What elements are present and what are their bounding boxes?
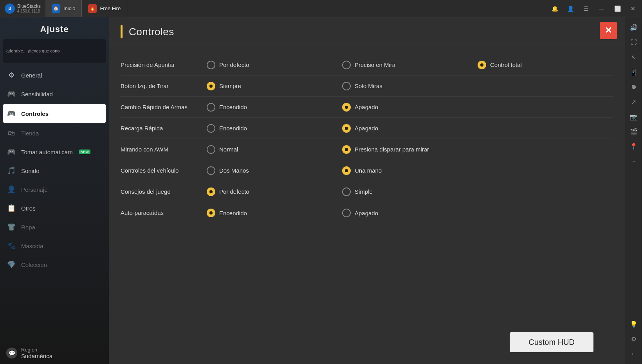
control-row-vehiculo: Controles del vehículo Dos Manos Una man… (121, 160, 613, 181)
vehiculo-radio1[interactable] (342, 166, 351, 175)
auto-text1: Apagado (355, 210, 378, 216)
sidebar-item-mascota[interactable]: 🐾 Mascota (0, 236, 109, 255)
sidebar-item-tienda[interactable]: 🛍 Tienda (0, 124, 109, 142)
cambio-opt0[interactable]: Encendido (207, 103, 342, 112)
mascota-label: Mascota (21, 243, 43, 249)
recarga-radio0[interactable] (207, 124, 215, 133)
precision-opt0[interactable]: Por defecto (207, 61, 342, 69)
phone-icon[interactable]: 📱 (627, 65, 641, 79)
recarga-text0: Encendido (219, 125, 247, 132)
location-icon[interactable]: 📍 (627, 139, 641, 153)
precision-opt2[interactable]: Control total (478, 61, 613, 69)
mirando-radio1[interactable] (342, 145, 351, 154)
vehiculo-label: Controles del vehículo (121, 167, 207, 175)
boton-text0: Siempre (219, 83, 241, 89)
mirando-opt0[interactable]: Normal (207, 145, 342, 154)
consejos-opt0[interactable]: Por defecto (207, 187, 342, 196)
minimize-btn[interactable]: — (594, 2, 609, 16)
tab-freefire[interactable]: 🔥 Free Fire (82, 0, 127, 17)
controls-grid: Precisión de Apuntar Por defecto Preciso… (121, 54, 613, 223)
recarga-opt1[interactable]: Apagado (342, 124, 478, 133)
sidebar-item-tomar[interactable]: 🎮 Tomar automáticam NEW (0, 142, 109, 161)
precision-radio2[interactable] (478, 61, 486, 69)
consejos-opt1[interactable]: Simple (342, 187, 478, 196)
new-badge: NEW (79, 150, 90, 154)
account-btn[interactable]: 👤 (563, 2, 578, 16)
volume-icon[interactable]: 🔊 (627, 20, 641, 34)
record-icon[interactable]: ⏺ (627, 80, 641, 94)
close-window-btn[interactable]: ✕ (626, 2, 640, 16)
panel-close-btn[interactable]: ✕ (600, 22, 617, 39)
custom-hud-button[interactable]: Custom HUD (510, 332, 593, 352)
tab-inicio[interactable]: 🏠 Inicio (45, 0, 82, 17)
cambio-label: Cambio Rápido de Armas (121, 103, 207, 111)
camera-icon[interactable]: 📷 (627, 110, 641, 124)
precision-radio1[interactable] (342, 61, 351, 69)
boton-radio0[interactable] (207, 82, 215, 90)
sidebar-bottom: 💬 Región Sudamérica (0, 342, 109, 364)
maximize-btn[interactable]: ⬜ (610, 2, 625, 16)
sidebar-item-sonido[interactable]: 🎵 Sonido (0, 161, 109, 180)
auto-radio1[interactable] (342, 209, 351, 217)
consejos-radio0[interactable] (207, 187, 215, 196)
region-label: Región (21, 347, 52, 353)
settings-icon[interactable]: ⚙ (627, 332, 641, 346)
vehiculo-text1: Una mano (355, 167, 382, 174)
cambio-radio1[interactable] (342, 103, 351, 112)
recarga-opt0[interactable]: Encendido (207, 124, 342, 133)
controles-icon: 🎮 (6, 108, 16, 119)
sidebar-title: Ajuste (0, 17, 109, 39)
precision-label: Precisión de Apuntar (121, 61, 207, 69)
sidebar-item-general[interactable]: ⚙ General (0, 66, 109, 85)
sonido-icon: 🎵 (6, 166, 16, 176)
boton-opt0[interactable]: Siempre (207, 82, 342, 90)
chat-icon[interactable]: 💬 (6, 348, 17, 359)
back-icon[interactable]: ← (627, 347, 641, 361)
sidebar-item-sensibilidad[interactable]: 🎮 Sensibilidad (0, 85, 109, 103)
share-icon[interactable]: ↗ (627, 95, 641, 109)
panel-body: Precisión de Apuntar Por defecto Preciso… (109, 45, 625, 364)
consejos-radio1[interactable] (342, 187, 351, 196)
menu-btn[interactable]: ☰ (579, 2, 593, 16)
auto-radio0[interactable] (207, 209, 215, 217)
precision-radio0[interactable] (207, 61, 215, 69)
content-area: Controles ✕ Precisión de Apuntar Por def… (109, 17, 625, 364)
more-icon[interactable]: ··· (627, 154, 641, 168)
notification-btn[interactable]: 🔔 (547, 2, 562, 16)
auto-opt1[interactable]: Apagado (342, 209, 478, 217)
auto-opt0[interactable]: Encendido (207, 209, 342, 217)
boton-opt1[interactable]: Solo Miras (342, 82, 478, 90)
vehiculo-radio0[interactable] (207, 166, 215, 175)
sidebar-item-otros[interactable]: 📋 Otros (0, 199, 109, 218)
boton-label: Botón Izq. de Tirar (121, 82, 207, 90)
cursor-icon[interactable]: ↖ (627, 50, 641, 64)
precision-opt1[interactable]: Preciso en Mira (342, 61, 478, 69)
sidebar-item-ropa[interactable]: 👕 Ropa (0, 218, 109, 236)
mirando-opt1[interactable]: Presiona disparar para mirar (342, 145, 478, 154)
vehiculo-text0: Dos Manos (219, 167, 249, 174)
vehiculo-opt1[interactable]: Una mano (342, 166, 478, 175)
precision-text1: Preciso en Mira (355, 61, 395, 68)
personaje-icon: 👤 (6, 184, 16, 195)
fullscreen-icon[interactable]: ⛶ (627, 35, 641, 49)
promo-text: adorable... ¡tienes que cono (6, 49, 60, 53)
sidebar-item-personaje[interactable]: 👤 Personaje (0, 180, 109, 199)
vehiculo-opt0[interactable]: Dos Manos (207, 166, 342, 175)
recarga-text1: Apagado (355, 125, 378, 132)
cambio-text0: Encendido (219, 104, 247, 110)
precision-text0: Por defecto (219, 61, 249, 68)
cambio-opt1[interactable]: Apagado (342, 103, 478, 112)
light-icon[interactable]: 💡 (627, 317, 641, 331)
cambio-radio0[interactable] (207, 103, 215, 112)
recarga-label: Recarga Rápida (121, 124, 207, 132)
mirando-radio0[interactable] (207, 145, 215, 154)
sidebar-item-coleccion[interactable]: 💎 Colección (0, 255, 109, 274)
boton-radio1[interactable] (342, 82, 351, 90)
control-row-auto: Auto-paracaídas Encendido Apagado (121, 202, 613, 223)
sensibilidad-label: Sensibilidad (21, 91, 53, 97)
tienda-icon: 🛍 (6, 128, 16, 138)
video-icon[interactable]: 🎬 (627, 124, 641, 139)
sidebar-item-controles[interactable]: 🎮 Controles (3, 104, 106, 123)
recarga-radio1[interactable] (342, 124, 351, 133)
control-row-recarga: Recarga Rápida Encendido Apagado (121, 118, 613, 139)
